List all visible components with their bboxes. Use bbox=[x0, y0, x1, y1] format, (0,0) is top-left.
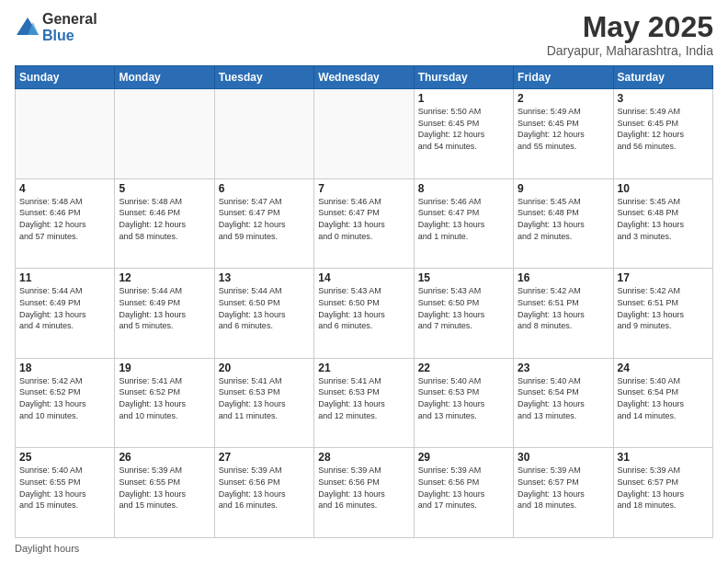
day-info: Sunrise: 5:39 AM Sunset: 6:56 PM Dayligh… bbox=[219, 465, 310, 511]
calendar-cell: 8Sunrise: 5:46 AM Sunset: 6:47 PM Daylig… bbox=[414, 178, 513, 269]
footer-note: Daylight hours bbox=[15, 543, 713, 554]
day-number: 9 bbox=[518, 182, 609, 195]
calendar-cell: 14Sunrise: 5:43 AM Sunset: 6:50 PM Dayli… bbox=[314, 269, 414, 359]
day-number: 21 bbox=[318, 362, 409, 374]
calendar-dow-friday: Friday bbox=[514, 66, 613, 89]
calendar-cell: 9Sunrise: 5:45 AM Sunset: 6:48 PM Daylig… bbox=[514, 178, 613, 269]
calendar-cell: 17Sunrise: 5:42 AM Sunset: 6:51 PM Dayli… bbox=[613, 269, 712, 359]
logo-blue: Blue bbox=[42, 28, 97, 44]
day-info: Sunrise: 5:49 AM Sunset: 6:45 PM Dayligh… bbox=[518, 106, 609, 152]
calendar-dow-wednesday: Wednesday bbox=[314, 66, 414, 89]
subtitle: Daryapur, Maharashtra, India bbox=[547, 43, 713, 58]
logo: General Blue bbox=[15, 11, 97, 43]
day-info: Sunrise: 5:39 AM Sunset: 6:55 PM Dayligh… bbox=[119, 465, 210, 511]
day-info: Sunrise: 5:42 AM Sunset: 6:51 PM Dayligh… bbox=[618, 285, 709, 331]
calendar-cell: 30Sunrise: 5:39 AM Sunset: 6:57 PM Dayli… bbox=[514, 448, 613, 538]
calendar-cell: 31Sunrise: 5:39 AM Sunset: 6:57 PM Dayli… bbox=[613, 448, 712, 538]
day-info: Sunrise: 5:40 AM Sunset: 6:53 PM Dayligh… bbox=[418, 375, 509, 421]
day-number: 11 bbox=[19, 271, 110, 284]
day-number: 19 bbox=[119, 362, 210, 374]
day-info: Sunrise: 5:39 AM Sunset: 6:57 PM Dayligh… bbox=[618, 465, 709, 511]
day-number: 27 bbox=[219, 451, 310, 464]
day-number: 18 bbox=[19, 362, 110, 374]
calendar-dow-thursday: Thursday bbox=[414, 66, 513, 89]
day-number: 4 bbox=[19, 182, 110, 195]
calendar-cell: 18Sunrise: 5:42 AM Sunset: 6:52 PM Dayli… bbox=[16, 358, 115, 448]
day-number: 10 bbox=[618, 182, 709, 195]
calendar-cell: 7Sunrise: 5:46 AM Sunset: 6:47 PM Daylig… bbox=[314, 178, 414, 269]
day-number: 6 bbox=[219, 182, 310, 195]
day-number: 30 bbox=[518, 451, 609, 464]
calendar-dow-saturday: Saturday bbox=[613, 66, 712, 89]
calendar-cell: 25Sunrise: 5:40 AM Sunset: 6:55 PM Dayli… bbox=[16, 448, 115, 538]
calendar-cell: 27Sunrise: 5:39 AM Sunset: 6:56 PM Dayli… bbox=[214, 448, 313, 538]
logo-text: General Blue bbox=[42, 11, 97, 43]
calendar-cell: 21Sunrise: 5:41 AM Sunset: 6:53 PM Dayli… bbox=[314, 358, 414, 448]
day-info: Sunrise: 5:46 AM Sunset: 6:47 PM Dayligh… bbox=[418, 196, 509, 242]
calendar-week-4: 18Sunrise: 5:42 AM Sunset: 6:52 PM Dayli… bbox=[16, 358, 713, 448]
day-info: Sunrise: 5:39 AM Sunset: 6:57 PM Dayligh… bbox=[518, 465, 609, 511]
day-number: 5 bbox=[119, 182, 210, 195]
day-info: Sunrise: 5:48 AM Sunset: 6:46 PM Dayligh… bbox=[119, 196, 210, 242]
calendar-week-2: 4Sunrise: 5:48 AM Sunset: 6:46 PM Daylig… bbox=[16, 178, 713, 269]
calendar-week-3: 11Sunrise: 5:44 AM Sunset: 6:49 PM Dayli… bbox=[16, 269, 713, 359]
calendar-cell: 6Sunrise: 5:47 AM Sunset: 6:47 PM Daylig… bbox=[214, 178, 313, 269]
day-number: 23 bbox=[518, 362, 609, 374]
title-block: May 2025 Daryapur, Maharashtra, India bbox=[547, 11, 713, 58]
day-number: 13 bbox=[219, 271, 310, 284]
day-info: Sunrise: 5:49 AM Sunset: 6:45 PM Dayligh… bbox=[618, 106, 709, 152]
day-number: 12 bbox=[119, 271, 210, 284]
day-info: Sunrise: 5:43 AM Sunset: 6:50 PM Dayligh… bbox=[318, 285, 409, 331]
day-number: 26 bbox=[119, 451, 210, 464]
calendar-cell: 4Sunrise: 5:48 AM Sunset: 6:46 PM Daylig… bbox=[16, 178, 115, 269]
logo-general: General bbox=[42, 11, 97, 28]
calendar-cell bbox=[214, 89, 313, 179]
calendar-cell: 23Sunrise: 5:40 AM Sunset: 6:54 PM Dayli… bbox=[514, 358, 613, 448]
calendar-table: SundayMondayTuesdayWednesdayThursdayFrid… bbox=[15, 65, 713, 538]
day-info: Sunrise: 5:44 AM Sunset: 6:49 PM Dayligh… bbox=[119, 285, 210, 331]
day-number: 31 bbox=[618, 451, 709, 464]
calendar-cell: 5Sunrise: 5:48 AM Sunset: 6:46 PM Daylig… bbox=[115, 178, 214, 269]
day-info: Sunrise: 5:43 AM Sunset: 6:50 PM Dayligh… bbox=[418, 285, 509, 331]
header: General Blue May 2025 Daryapur, Maharash… bbox=[15, 11, 713, 58]
day-info: Sunrise: 5:39 AM Sunset: 6:56 PM Dayligh… bbox=[318, 465, 409, 511]
day-info: Sunrise: 5:45 AM Sunset: 6:48 PM Dayligh… bbox=[618, 196, 709, 242]
calendar-cell: 20Sunrise: 5:41 AM Sunset: 6:53 PM Dayli… bbox=[214, 358, 313, 448]
day-info: Sunrise: 5:42 AM Sunset: 6:52 PM Dayligh… bbox=[19, 375, 110, 421]
calendar-header-row: SundayMondayTuesdayWednesdayThursdayFrid… bbox=[16, 66, 713, 89]
calendar-cell: 3Sunrise: 5:49 AM Sunset: 6:45 PM Daylig… bbox=[613, 89, 712, 179]
day-number: 2 bbox=[518, 92, 609, 105]
calendar-cell bbox=[115, 89, 214, 179]
day-number: 14 bbox=[318, 271, 409, 284]
day-info: Sunrise: 5:40 AM Sunset: 6:55 PM Dayligh… bbox=[19, 465, 110, 511]
logo-icon bbox=[15, 15, 40, 40]
calendar-cell: 15Sunrise: 5:43 AM Sunset: 6:50 PM Dayli… bbox=[414, 269, 513, 359]
calendar-cell: 2Sunrise: 5:49 AM Sunset: 6:45 PM Daylig… bbox=[514, 89, 613, 179]
day-info: Sunrise: 5:50 AM Sunset: 6:45 PM Dayligh… bbox=[418, 106, 509, 152]
day-info: Sunrise: 5:44 AM Sunset: 6:49 PM Dayligh… bbox=[19, 285, 110, 331]
day-info: Sunrise: 5:47 AM Sunset: 6:47 PM Dayligh… bbox=[219, 196, 310, 242]
calendar-cell: 24Sunrise: 5:40 AM Sunset: 6:54 PM Dayli… bbox=[613, 358, 712, 448]
day-number: 16 bbox=[518, 271, 609, 284]
day-number: 25 bbox=[19, 451, 110, 464]
day-number: 15 bbox=[418, 271, 509, 284]
calendar-cell: 12Sunrise: 5:44 AM Sunset: 6:49 PM Dayli… bbox=[115, 269, 214, 359]
calendar-cell: 19Sunrise: 5:41 AM Sunset: 6:52 PM Dayli… bbox=[115, 358, 214, 448]
day-number: 22 bbox=[418, 362, 509, 374]
day-info: Sunrise: 5:44 AM Sunset: 6:50 PM Dayligh… bbox=[219, 285, 310, 331]
day-info: Sunrise: 5:45 AM Sunset: 6:48 PM Dayligh… bbox=[518, 196, 609, 242]
day-info: Sunrise: 5:40 AM Sunset: 6:54 PM Dayligh… bbox=[518, 375, 609, 421]
day-number: 28 bbox=[318, 451, 409, 464]
day-info: Sunrise: 5:41 AM Sunset: 6:52 PM Dayligh… bbox=[119, 375, 210, 421]
calendar-cell: 29Sunrise: 5:39 AM Sunset: 6:56 PM Dayli… bbox=[414, 448, 513, 538]
calendar-cell: 11Sunrise: 5:44 AM Sunset: 6:49 PM Dayli… bbox=[16, 269, 115, 359]
day-number: 8 bbox=[418, 182, 509, 195]
calendar-dow-sunday: Sunday bbox=[16, 66, 115, 89]
calendar-dow-monday: Monday bbox=[115, 66, 214, 89]
calendar-cell: 1Sunrise: 5:50 AM Sunset: 6:45 PM Daylig… bbox=[414, 89, 513, 179]
calendar-week-1: 1Sunrise: 5:50 AM Sunset: 6:45 PM Daylig… bbox=[16, 89, 713, 179]
calendar-cell: 13Sunrise: 5:44 AM Sunset: 6:50 PM Dayli… bbox=[214, 269, 313, 359]
calendar-cell: 22Sunrise: 5:40 AM Sunset: 6:53 PM Dayli… bbox=[414, 358, 513, 448]
day-number: 24 bbox=[618, 362, 709, 374]
day-number: 1 bbox=[418, 92, 509, 105]
